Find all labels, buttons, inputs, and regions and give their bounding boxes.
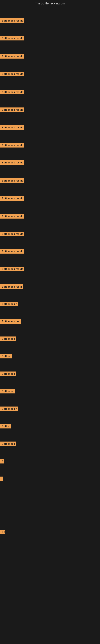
bottleneck-item-20: Bottlen xyxy=(0,354,12,359)
bottleneck-label-19: Bottleneck xyxy=(0,336,16,341)
bottleneck-item-18: Bottleneck res xyxy=(0,319,21,324)
bottleneck-item-19: Bottleneck xyxy=(0,336,16,342)
bottleneck-item-8: Bottleneck result xyxy=(0,143,24,148)
bottleneck-label-14: Bottleneck result xyxy=(0,249,24,254)
bottleneck-label-4: Bottleneck result xyxy=(0,72,24,76)
bottleneck-label-24: Bottle xyxy=(0,424,11,428)
bottleneck-item-9: Bottleneck result xyxy=(0,160,24,166)
bottleneck-item-25: Bottleneck xyxy=(0,442,16,447)
bottleneck-item-21: Bottleneck xyxy=(0,372,16,377)
bottleneck-label-15: Bottleneck result xyxy=(0,267,24,271)
bottleneck-label-25: Bottleneck xyxy=(0,442,16,446)
bottleneck-label-9: Bottleneck result xyxy=(0,160,24,165)
bottleneck-item-24: Bottle xyxy=(0,424,11,429)
bottleneck-item-14: Bottleneck result xyxy=(0,249,24,254)
bottleneck-label-18: Bottleneck res xyxy=(0,319,21,324)
bottleneck-item-17: Bottleneck r xyxy=(0,302,18,307)
bottleneck-item-10: Bottleneck result xyxy=(0,178,24,184)
bottleneck-item-15: Bottleneck result xyxy=(0,267,24,272)
bottleneck-label-7: Bottleneck result xyxy=(0,125,24,130)
bottleneck-item-5: Bottleneck result xyxy=(0,90,24,95)
bottleneck-label-13: Bottleneck result xyxy=(0,232,24,236)
bottleneck-label-11: Bottleneck result xyxy=(0,196,24,201)
bottleneck-label-27: | xyxy=(0,476,3,481)
bottleneck-label-28: Bo xyxy=(0,530,5,534)
bottleneck-item-13: Bottleneck result xyxy=(0,232,24,237)
bottleneck-label-22: Bottlenec xyxy=(0,389,15,394)
bottleneck-label-16: Bottleneck resul xyxy=(0,284,23,289)
bottleneck-label-1: Bottleneck result xyxy=(0,18,24,23)
bottleneck-item-3: Bottleneck result xyxy=(0,54,24,59)
bottleneck-item-7: Bottleneck result xyxy=(0,125,24,130)
bottleneck-item-2: Bottleneck result xyxy=(0,36,24,41)
bottleneck-item-23: Bottleneck r xyxy=(0,406,18,412)
bottleneck-item-4: Bottleneck result xyxy=(0,72,24,77)
site-title: TheBottlenecker.com xyxy=(0,0,100,7)
bottleneck-item-16: Bottleneck resul xyxy=(0,284,23,290)
bottleneck-item-6: Bottleneck result xyxy=(0,108,24,113)
bottleneck-label-5: Bottleneck result xyxy=(0,90,24,94)
bottleneck-item-12: Bottleneck result xyxy=(0,214,24,219)
bottleneck-item-11: Bottleneck result xyxy=(0,196,24,202)
bottleneck-label-20: Bottlen xyxy=(0,354,12,358)
bottleneck-label-26: B xyxy=(0,459,3,464)
bottleneck-label-10: Bottleneck result xyxy=(0,178,24,183)
bottleneck-label-6: Bottleneck result xyxy=(0,108,24,112)
bottleneck-item-26: B xyxy=(0,459,3,464)
bottleneck-label-23: Bottleneck r xyxy=(0,406,18,411)
bottleneck-item-1: Bottleneck result xyxy=(0,18,24,24)
bottleneck-label-17: Bottleneck r xyxy=(0,302,18,306)
bottleneck-item-27: | xyxy=(0,476,3,482)
bottleneck-item-22: Bottlenec xyxy=(0,389,15,394)
bottleneck-label-12: Bottleneck result xyxy=(0,214,24,218)
bottleneck-item-28: Bo xyxy=(0,530,5,535)
bottleneck-label-3: Bottleneck result xyxy=(0,54,24,58)
bottleneck-label-8: Bottleneck result xyxy=(0,143,24,148)
bottleneck-label-21: Bottleneck xyxy=(0,372,16,376)
bottleneck-label-2: Bottleneck result xyxy=(0,36,24,40)
